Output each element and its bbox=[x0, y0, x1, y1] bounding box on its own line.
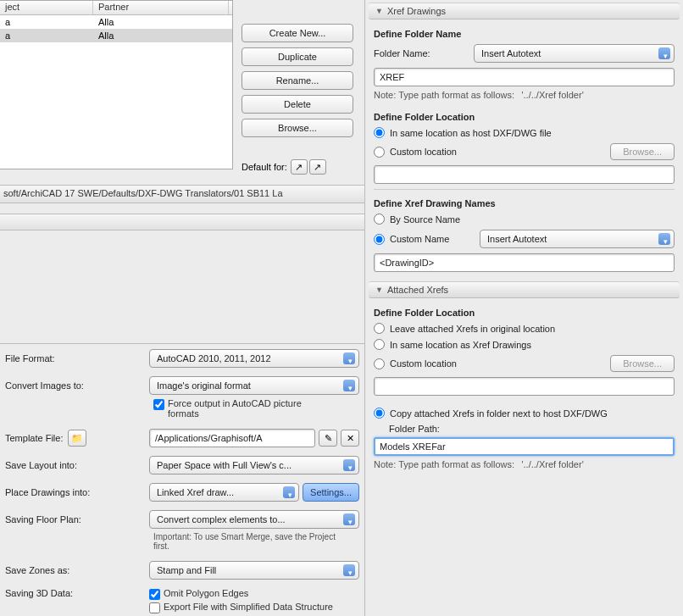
insert-autotext-dropdown[interactable]: Insert Autotext bbox=[474, 44, 675, 63]
clear-icon: ✕ bbox=[347, 433, 354, 444]
folder-icon: 📁 bbox=[71, 433, 83, 444]
template-file-label: Template File: bbox=[5, 433, 63, 443]
copy-attached-radio[interactable] bbox=[374, 408, 385, 419]
col-header-partner[interactable]: Partner bbox=[93, 1, 229, 14]
list-header: ject Partner bbox=[0, 1, 232, 15]
section-title: Attached Xrefs bbox=[387, 285, 448, 295]
default-for-row: Default for: ↗ ↗ bbox=[242, 159, 326, 175]
omit-polygon-label: Omit Polygon Edges bbox=[164, 588, 248, 598]
same-as-xref-radio[interactable] bbox=[374, 339, 385, 350]
folder-path-label: Folder Path: bbox=[389, 424, 675, 434]
browse-button[interactable]: Browse... bbox=[242, 119, 353, 137]
attached-custom-location-input[interactable] bbox=[374, 377, 675, 396]
same-as-xref-label: In same location as Xref Drawings bbox=[390, 340, 531, 350]
custom-name-label: Custom Name bbox=[390, 234, 475, 244]
template-action-1[interactable]: ✎ bbox=[319, 430, 337, 447]
export-simplified-checkbox[interactable] bbox=[149, 602, 160, 613]
edit-icon: ✎ bbox=[325, 433, 332, 444]
save-zones-label: Save Zones as: bbox=[5, 565, 149, 575]
custom-name-radio[interactable] bbox=[374, 234, 385, 245]
custom-location-label: Custom location bbox=[390, 147, 457, 157]
save-layout-label: Save Layout into: bbox=[5, 460, 149, 470]
attached-custom-location-radio[interactable] bbox=[374, 358, 385, 369]
save-layout-dropdown[interactable]: Paper Space with Full View's c... bbox=[149, 456, 359, 474]
template-file-input[interactable] bbox=[149, 429, 315, 447]
custom-location-browse-button[interactable]: Browse... bbox=[610, 143, 675, 160]
disclosure-triangle-icon: ▼ bbox=[375, 286, 383, 294]
create-new-button[interactable]: Create New... bbox=[242, 24, 353, 42]
omit-polygon-checkbox[interactable] bbox=[149, 589, 160, 600]
copy-attached-label: Copy attached Xrefs in folder next to ho… bbox=[390, 408, 608, 419]
file-format-label: File Format: bbox=[5, 353, 149, 363]
custom-location-radio[interactable] bbox=[374, 147, 385, 158]
arrow-icon: ↗ bbox=[314, 162, 321, 173]
xref-drawings-section-header[interactable]: ▼ Xref Drawings bbox=[369, 3, 680, 19]
arrow-icon: ↗ bbox=[295, 162, 303, 173]
default-for-label: Default for: bbox=[242, 162, 287, 172]
define-folder-name-heading: Define Folder Name bbox=[374, 29, 675, 39]
attached-xrefs-section-header[interactable]: ▼ Attached Xrefs bbox=[369, 281, 680, 298]
force-output-label: Force output in AutoCAD picture formats bbox=[168, 398, 320, 419]
disclosure-triangle-icon: ▼ bbox=[375, 7, 383, 15]
force-output-checkbox[interactable] bbox=[153, 399, 164, 410]
convert-images-label: Convert Images to: bbox=[5, 380, 149, 391]
folder-icon-button[interactable]: 📁 bbox=[68, 430, 86, 447]
col-header-project[interactable]: ject bbox=[0, 1, 93, 14]
custom-name-autotext-dropdown[interactable]: Insert Autotext bbox=[480, 230, 675, 248]
path-format-note: Note: Type path format as follows: '../.… bbox=[374, 90, 675, 100]
folder-name-label: Folder Name: bbox=[374, 48, 467, 58]
template-action-2[interactable]: ✕ bbox=[341, 430, 359, 447]
folder-path-input[interactable] bbox=[374, 437, 675, 456]
section-divider bbox=[0, 214, 364, 230]
export-simplified-label: Export File with Simplified Data Structu… bbox=[164, 602, 333, 612]
settings-button[interactable]: Settings... bbox=[303, 483, 359, 502]
default-for-icon-2[interactable]: ↗ bbox=[309, 159, 326, 175]
same-location-radio[interactable] bbox=[374, 127, 385, 138]
delete-button[interactable]: Delete bbox=[242, 95, 353, 114]
section-title: Xref Drawings bbox=[387, 6, 446, 16]
attached-custom-location-label: Custom location bbox=[390, 358, 457, 369]
define-xref-names-heading: Define Xref Drawing Names bbox=[374, 198, 675, 208]
smart-merge-note: Important: To use Smart Merge, save the … bbox=[153, 532, 348, 551]
duplicate-button[interactable]: Duplicate bbox=[242, 47, 353, 66]
by-source-name-label: By Source Name bbox=[390, 214, 460, 225]
define-folder-location-heading: Define Folder Location bbox=[374, 112, 675, 122]
custom-location-input[interactable] bbox=[374, 165, 675, 184]
save-zones-dropdown[interactable]: Stamp and Fill bbox=[149, 561, 359, 580]
drawing-id-input[interactable] bbox=[374, 253, 675, 272]
default-for-icon-1[interactable]: ↗ bbox=[291, 159, 308, 175]
saving-floor-plan-dropdown[interactable]: Convert complex elements to... bbox=[149, 510, 359, 529]
rename-button[interactable]: Rename... bbox=[242, 71, 353, 90]
leave-attached-label: Leave attached Xrefs in original locatio… bbox=[390, 324, 555, 334]
leave-attached-radio[interactable] bbox=[374, 323, 385, 334]
same-location-label: In same location as host DXF/DWG file bbox=[390, 128, 552, 138]
list-row[interactable]: a Alla bbox=[0, 15, 232, 29]
attached-folder-location-heading: Define Folder Location bbox=[374, 308, 675, 318]
translators-list[interactable]: ject Partner a Alla a Alla bbox=[0, 0, 233, 169]
folder-name-input[interactable] bbox=[374, 68, 675, 86]
file-format-dropdown[interactable]: AutoCAD 2010, 2011, 2012 bbox=[149, 349, 359, 368]
saving-3d-label: Saving 3D Data: bbox=[5, 588, 149, 598]
path-display: soft/ArchiCAD 17 SWE/Defaults/DXF-DWG Tr… bbox=[0, 185, 364, 203]
attached-browse-button[interactable]: Browse... bbox=[610, 355, 675, 372]
place-drawings-dropdown[interactable]: Linked Xref draw... bbox=[149, 483, 299, 502]
attached-path-format-note: Note: Type path format as follows: '../.… bbox=[374, 459, 675, 469]
list-row[interactable]: a Alla bbox=[0, 29, 232, 42]
by-source-name-radio[interactable] bbox=[374, 214, 385, 225]
place-drawings-label: Place Drawings into: bbox=[5, 487, 149, 497]
saving-floor-plan-label: Saving Floor Plan: bbox=[5, 514, 149, 524]
convert-images-dropdown[interactable]: Image's original format bbox=[149, 376, 359, 395]
